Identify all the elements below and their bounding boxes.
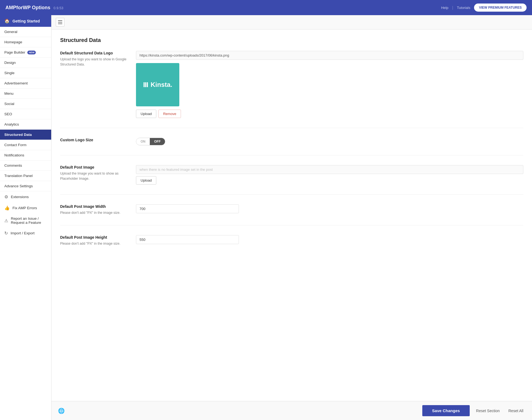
upload-logo-button[interactable]: Upload <box>136 110 156 118</box>
sidebar-item-social-label: Social <box>4 102 14 106</box>
image-height-field-label: Default Post Image Height <box>60 235 129 239</box>
sidebar-item-homepage[interactable]: Homepage <box>0 37 51 47</box>
post-image-input[interactable] <box>136 165 523 174</box>
toolbar-menu-icon[interactable] <box>56 18 64 27</box>
sidebar-item-analytics-label: Analytics <box>4 122 19 126</box>
image-height-description: Please don't add "PX" in the image size. <box>60 241 129 246</box>
upload-post-image-button[interactable]: Upload <box>136 176 156 185</box>
svg-rect-4 <box>145 82 146 87</box>
page-title: Structured Data <box>60 37 523 43</box>
sidebar-item-analytics[interactable]: Analytics <box>0 119 51 130</box>
premium-button[interactable]: VIEW PREMIUM FEATURES <box>474 4 527 12</box>
footer-bar: 🌐 Save Changes Reset Section Reset All <box>51 401 532 420</box>
sidebar-item-seo[interactable]: SEO <box>0 109 51 119</box>
sidebar-item-page-builder[interactable]: Page Builder NEW <box>0 47 51 58</box>
sidebar-item-notifications-label: Notifications <box>4 153 24 157</box>
sidebar-item-design[interactable]: Design <box>0 58 51 68</box>
custom-logo-toggle[interactable]: ON OFF <box>136 138 165 145</box>
reset-section-button[interactable]: Reset Section <box>474 405 502 416</box>
form-row-logo-size: Custom Logo Size ON OFF <box>60 138 523 155</box>
sidebar-item-contact-form[interactable]: Contact Form <box>0 140 51 150</box>
post-image-label-col: Default Post Image Upload the Image you … <box>60 165 136 181</box>
layout: 🏠 Getting Started General Homepage Page … <box>0 15 532 420</box>
footer-left: 🌐 <box>58 408 418 414</box>
sidebar-item-extensions[interactable]: ⚙ Extensions <box>0 191 51 202</box>
app-version: 0.9.53 <box>54 6 63 10</box>
form-row-logo: Default Structured Data Logo Upload the … <box>60 51 523 128</box>
toolbar <box>51 15 532 29</box>
sidebar-item-general-label: General <box>4 30 17 34</box>
app-title: AMPforWP Options <box>5 5 50 10</box>
content-area: Structured Data Default Structured Data … <box>51 29 532 401</box>
post-image-control-col: Upload <box>136 165 523 185</box>
sidebar-item-advance-settings[interactable]: Advance Settings <box>0 181 51 191</box>
home-icon: 🏠 <box>4 18 10 24</box>
sidebar-item-homepage-label: Homepage <box>4 40 22 44</box>
form-row-image-height: Default Post Image Height Please don't a… <box>60 235 523 256</box>
logo-preview: Kinsta. <box>136 63 179 106</box>
post-image-description: Upload the Image you want to show as Pla… <box>60 171 129 181</box>
sidebar-item-report-issue[interactable]: ⚠ Report an Issue / Request a Feature <box>0 214 51 228</box>
sidebar-getting-started[interactable]: 🏠 Getting Started <box>0 15 51 27</box>
svg-rect-3 <box>144 82 145 87</box>
logo-field-label: Default Structured Data Logo <box>60 51 129 55</box>
sidebar-item-design-label: Design <box>4 61 16 65</box>
remove-logo-button[interactable]: Remove <box>158 110 181 118</box>
globe-icon[interactable]: 🌐 <box>58 408 65 414</box>
sidebar-item-import-export[interactable]: ↻ Import / Export <box>0 228 51 239</box>
sidebar-item-general[interactable]: General <box>0 27 51 37</box>
kinsta-logo: Kinsta. <box>143 81 172 88</box>
sidebar-item-advertisement-label: Advertisement <box>4 81 28 85</box>
sidebar-item-fix-amp[interactable]: 👍 Fix AMP Errors <box>0 202 51 214</box>
main-panel: Structured Data Default Structured Data … <box>51 15 532 420</box>
new-badge: NEW <box>27 51 36 54</box>
image-width-input[interactable] <box>136 204 239 213</box>
gear-icon: ⚙ <box>4 194 8 199</box>
toggle-off-label: OFF <box>150 138 165 145</box>
sidebar-item-menu[interactable]: Menu <box>0 88 51 99</box>
sidebar-item-single-label: Single <box>4 71 15 75</box>
sidebar-item-comments[interactable]: Comments <box>0 160 51 171</box>
refresh-icon: ↻ <box>4 231 8 236</box>
logo-field-description: Upload the logo you want to show in Goog… <box>60 57 129 67</box>
image-width-field-label: Default Post Image Width <box>60 204 129 209</box>
logo-buttons: Upload Remove <box>136 110 523 118</box>
image-width-label-col: Default Post Image Width Please don't ad… <box>60 204 136 215</box>
warning-icon: ⚠ <box>4 218 8 223</box>
image-height-control-col <box>136 235 523 244</box>
sidebar-item-comments-label: Comments <box>4 163 22 168</box>
header: AMPforWP Options 0.9.53 Help | Tutorials… <box>0 0 532 15</box>
sidebar-item-social[interactable]: Social <box>0 99 51 109</box>
getting-started-label: Getting Started <box>12 19 40 23</box>
sidebar-item-advance-settings-label: Advance Settings <box>4 184 33 188</box>
sidebar-item-notifications[interactable]: Notifications <box>0 150 51 160</box>
sidebar-item-page-builder-label: Page Builder <box>4 50 25 54</box>
image-width-description: Please don't add "PX" in the image size. <box>60 210 129 215</box>
image-width-control-col <box>136 204 523 213</box>
form-row-image-width: Default Post Image Width Please don't ad… <box>60 204 523 225</box>
sidebar-item-translation-panel-label: Translation Panel <box>4 174 33 178</box>
image-height-input[interactable] <box>136 235 239 244</box>
sidebar-item-structured-data-label: Structured Data <box>4 133 32 137</box>
post-image-field-label: Default Post Image <box>60 165 129 169</box>
help-link[interactable]: Help <box>441 6 448 10</box>
logo-size-field-label: Custom Logo Size <box>60 138 129 142</box>
logo-label-col: Default Structured Data Logo Upload the … <box>60 51 136 67</box>
sidebar-item-fix-amp-label: Fix AMP Errors <box>12 206 37 210</box>
logo-url-input[interactable] <box>136 51 523 60</box>
toggle-on-label: ON <box>136 138 150 145</box>
sidebar-item-translation-panel[interactable]: Translation Panel <box>0 171 51 181</box>
header-divider: | <box>452 5 453 10</box>
thumbs-up-icon: 👍 <box>4 205 10 211</box>
logo-size-control-col: ON OFF <box>136 138 523 145</box>
save-changes-button[interactable]: Save Changes <box>422 405 470 416</box>
tutorials-link[interactable]: Tutorials <box>457 6 470 10</box>
sidebar-item-single[interactable]: Single <box>0 68 51 78</box>
sidebar-item-structured-data[interactable]: Structured Data <box>0 130 51 140</box>
sidebar-item-advertisement[interactable]: Advertisement <box>0 78 51 88</box>
sidebar-item-report-label: Report an Issue / Request a Feature <box>11 216 47 225</box>
reset-all-button[interactable]: Reset All <box>506 405 525 416</box>
svg-rect-1 <box>58 22 62 22</box>
svg-rect-0 <box>58 20 62 21</box>
form-row-post-image: Default Post Image Upload the Image you … <box>60 165 523 195</box>
